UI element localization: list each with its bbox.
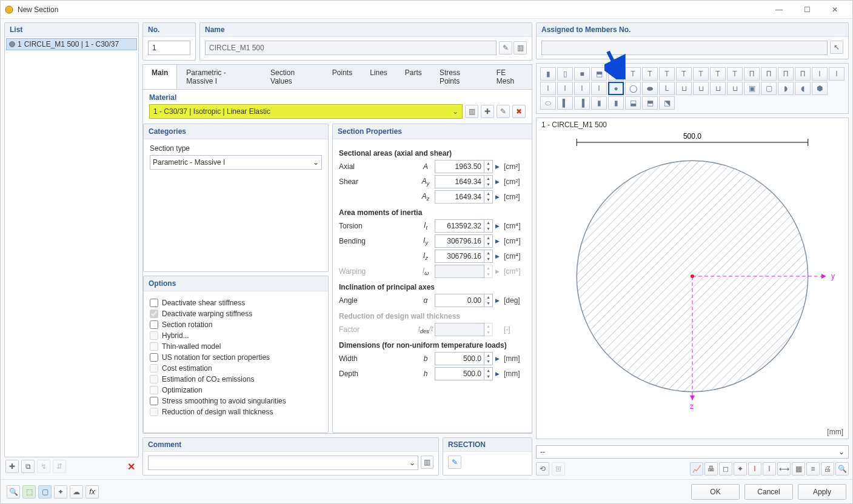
- pv-print2-icon[interactable]: 🖨: [821, 462, 834, 476]
- pv-tool-1[interactable]: ⟲: [536, 462, 549, 476]
- shear-y-input[interactable]: [435, 175, 484, 188]
- name-edit-button[interactable]: ✎: [499, 41, 512, 55]
- shape-i4-icon[interactable]: I: [557, 82, 573, 95]
- footer-tool-4-icon[interactable]: ✦: [54, 485, 67, 499]
- footer-tool-6-icon[interactable]: fx: [85, 485, 99, 499]
- shape-ellipse-icon[interactable]: ⬬: [642, 82, 658, 95]
- shape-i2-icon[interactable]: I: [829, 67, 845, 81]
- spinner[interactable]: ▲▼: [484, 367, 493, 380]
- shape-i1-icon[interactable]: I: [812, 67, 828, 81]
- material-new-button[interactable]: ✚: [481, 105, 494, 118]
- shape-ring-icon[interactable]: ◯: [625, 82, 641, 95]
- ok-button[interactable]: OK: [691, 484, 740, 500]
- minimize-button[interactable]: —: [765, 1, 793, 19]
- goto-icon[interactable]: ▶: [493, 194, 501, 200]
- shape-pi2-icon[interactable]: Π: [761, 67, 777, 81]
- shape-hex-icon[interactable]: ⬢: [812, 82, 828, 95]
- pv-ruler-icon[interactable]: ⟷: [777, 462, 791, 476]
- goto-icon[interactable]: ▶: [493, 164, 501, 170]
- pv-fit-icon[interactable]: ◻: [719, 462, 732, 476]
- depth-input[interactable]: [435, 367, 484, 380]
- shape-semi1-icon[interactable]: ◗: [778, 82, 794, 95]
- tool-button-2[interactable]: ⇵: [53, 460, 66, 473]
- material-delete-button[interactable]: ✖: [512, 105, 526, 118]
- axial-input[interactable]: [435, 160, 484, 173]
- copy-item-button[interactable]: ⧉: [21, 460, 35, 473]
- goto-icon[interactable]: ▶: [493, 223, 501, 229]
- shape-bar1-icon[interactable]: ▌: [557, 96, 573, 110]
- pv-chart-icon[interactable]: 📈: [690, 462, 703, 476]
- list-item[interactable]: 1 CIRCLE_M1 500 | 1 - C30/37: [6, 38, 137, 50]
- angle-input[interactable]: [435, 294, 484, 307]
- shape-u4-icon[interactable]: ⊔: [727, 82, 743, 95]
- chk-us-notation[interactable]: [150, 353, 158, 362]
- shape-u3-icon[interactable]: ⊔: [710, 82, 726, 95]
- chk-deactivate-shear[interactable]: [150, 299, 158, 307]
- width-input[interactable]: [435, 352, 484, 365]
- tab-parametric[interactable]: Parametric - Massive I: [177, 65, 261, 89]
- footer-tool-2-icon[interactable]: ⬚: [22, 485, 36, 499]
- preview-combo[interactable]: -- ⌄: [536, 445, 849, 459]
- assigned-pick-button[interactable]: ↖: [830, 41, 843, 54]
- shape-bar4-icon[interactable]: ▮: [608, 96, 624, 110]
- footer-tool-5-icon[interactable]: ☁: [70, 485, 83, 499]
- shape-bar3-icon[interactable]: ▮: [591, 96, 607, 110]
- no-input[interactable]: [148, 41, 190, 55]
- shape-box1-icon[interactable]: ▣: [744, 82, 760, 95]
- bending-y-input[interactable]: [435, 234, 484, 248]
- tab-fe-mesh[interactable]: FE Mesh: [487, 65, 532, 89]
- footer-tool-1-icon[interactable]: 🔍: [7, 485, 20, 499]
- comment-dropdown[interactable]: ⌄: [148, 456, 418, 470]
- shape-l1-icon[interactable]: L: [659, 82, 675, 95]
- pv-axes-icon[interactable]: ✦: [734, 462, 747, 476]
- goto-icon[interactable]: ▶: [493, 371, 501, 377]
- shape-pi1-icon[interactable]: Π: [744, 67, 760, 81]
- goto-icon[interactable]: ▶: [493, 356, 501, 362]
- footer-tool-3-icon[interactable]: ▢: [38, 485, 52, 499]
- shape-t3-icon[interactable]: T: [642, 67, 658, 81]
- pv-search-icon[interactable]: 🔍: [835, 462, 849, 476]
- shape-box2-icon[interactable]: ▢: [761, 82, 777, 95]
- shape-hollow-rect-icon[interactable]: ▯: [557, 67, 573, 81]
- tab-main[interactable]: Main: [143, 65, 177, 89]
- shape-t7-icon[interactable]: T: [710, 67, 726, 81]
- tab-section-values[interactable]: Section Values: [261, 65, 323, 89]
- pv-dim-icon[interactable]: I: [748, 462, 761, 476]
- torsion-input[interactable]: [435, 219, 484, 233]
- shape-misc3-icon[interactable]: ⬔: [659, 96, 675, 110]
- goto-icon[interactable]: ▶: [493, 238, 501, 244]
- shape-circle-icon[interactable]: ●: [608, 82, 624, 95]
- new-item-button[interactable]: ✚: [5, 460, 19, 473]
- goto-icon[interactable]: ▶: [493, 253, 501, 259]
- shape-t6-icon[interactable]: T: [693, 67, 709, 81]
- assigned-input[interactable]: [541, 41, 828, 55]
- section-type-dropdown[interactable]: Parametric - Massive I ⌄: [150, 155, 322, 170]
- name-library-button[interactable]: ▥: [513, 41, 527, 55]
- shape-pi3-icon[interactable]: Π: [778, 67, 794, 81]
- apply-button[interactable]: Apply: [798, 484, 846, 500]
- shape-semi2-icon[interactable]: ◖: [795, 82, 811, 95]
- shape-square-icon[interactable]: ■: [574, 67, 590, 81]
- comment-edit-button[interactable]: ▥: [421, 456, 433, 469]
- spinner[interactable]: ▲▼: [484, 175, 493, 188]
- name-input[interactable]: [205, 41, 497, 55]
- tab-lines[interactable]: Lines: [361, 65, 396, 89]
- shape-t4-icon[interactable]: T: [659, 67, 675, 81]
- shape-misc1-icon[interactable]: ⬓: [625, 96, 641, 110]
- shape-i6-icon[interactable]: I: [591, 82, 607, 95]
- close-button[interactable]: ✕: [821, 1, 849, 19]
- tab-points[interactable]: Points: [323, 65, 361, 89]
- rsection-button[interactable]: ✎: [448, 456, 461, 469]
- shape-bar2-icon[interactable]: ▐: [574, 96, 590, 110]
- tab-stress-points[interactable]: Stress Points: [430, 65, 487, 89]
- shape-t8-icon[interactable]: T: [727, 67, 743, 81]
- spinner[interactable]: ▲▼: [484, 234, 493, 248]
- tool-button-1[interactable]: ↯: [37, 460, 50, 473]
- goto-icon[interactable]: ▶: [493, 297, 501, 303]
- spinner[interactable]: ▲▼: [484, 294, 493, 307]
- cancel-button[interactable]: Cancel: [744, 484, 793, 500]
- material-edit-button[interactable]: ✎: [497, 105, 510, 118]
- shear-z-input[interactable]: [435, 190, 484, 204]
- tab-parts[interactable]: Parts: [396, 65, 430, 89]
- pv-tool-2[interactable]: ⊞: [552, 462, 565, 476]
